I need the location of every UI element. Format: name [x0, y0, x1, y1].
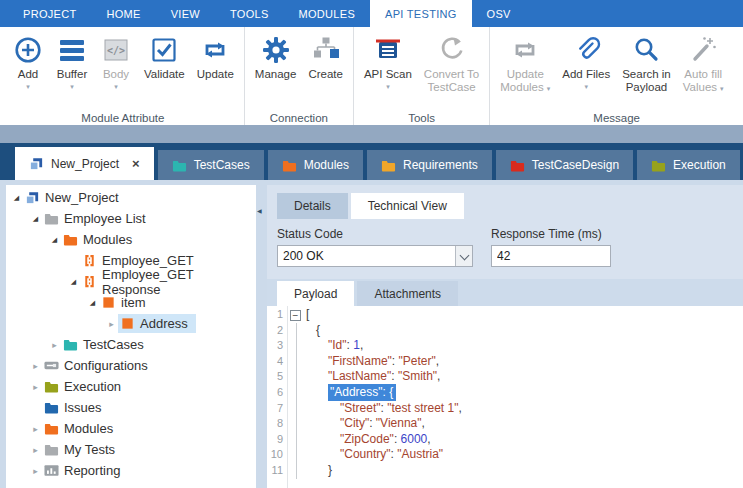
code-line[interactable]: { — [288, 323, 743, 339]
tree-item-modules[interactable]: ▸Modules — [6, 418, 256, 439]
api-scan-button[interactable]: API Scan▾ — [358, 31, 418, 93]
collapse-icon[interactable]: ◢ — [10, 194, 23, 202]
line-number: 10 — [267, 447, 287, 463]
code-text: , — [458, 401, 461, 415]
caret-down-icon[interactable]: ▾ — [70, 83, 74, 91]
document-tab-testcases[interactable]: TestCases — [158, 150, 264, 180]
line-number: 2 — [267, 323, 287, 339]
expand-icon[interactable]: ▸ — [29, 382, 42, 392]
collapse-icon[interactable]: ◢ — [67, 278, 80, 286]
document-tab-requirements[interactable]: Requirements — [367, 150, 492, 180]
ribbon-tab-home[interactable]: HOME — [91, 0, 155, 27]
ribbon-group-connection: ManageCreateConnection — [245, 27, 354, 125]
tree-item-body: item — [99, 293, 154, 312]
view-tab-details[interactable]: Details — [277, 193, 348, 219]
code-lines[interactable]: −[{"Id": 1,"FirstName": "Peter","LastNam… — [288, 306, 743, 488]
tree-item-employee-get-response[interactable]: ◢Employee_GET Response — [6, 271, 256, 292]
caret-down-icon[interactable]: ▾ — [584, 83, 588, 91]
ribbon-tab-api-testing[interactable]: API TESTING — [370, 0, 472, 27]
expand-icon[interactable]: ▸ — [105, 319, 118, 329]
code-text: 1 — [353, 338, 360, 352]
ribbon-tab-modules[interactable]: MODULES — [284, 0, 371, 27]
collapse-icon[interactable]: ◢ — [29, 215, 42, 223]
buffer-button[interactable]: Buffer▾ — [50, 31, 94, 93]
add-button[interactable]: Add▾ — [6, 31, 50, 93]
tree-item-reporting[interactable]: ▸Reporting — [6, 460, 256, 481]
expand-icon[interactable]: ▸ — [48, 340, 61, 350]
code-line[interactable]: "City": "Vienna", — [288, 416, 743, 432]
code-line[interactable]: "Country": "Austria" — [288, 447, 743, 463]
tree-item-new-project[interactable]: ◢New_Project — [6, 187, 256, 208]
ribbon-tab-project[interactable]: PROJECT — [8, 0, 91, 27]
document-tab-testcasedesign[interactable]: TestCaseDesign — [496, 150, 633, 180]
folder-icon — [44, 442, 59, 457]
document-tab-new-project[interactable]: New_Project× — [15, 147, 154, 180]
code-text: "LastName" — [328, 369, 391, 383]
expand-icon[interactable]: ▸ — [29, 466, 42, 476]
tree-item-body: Employee List — [42, 209, 154, 228]
tree-item-label: Execution — [64, 379, 121, 394]
status-code-select[interactable]: 200 OK — [277, 245, 473, 267]
line-number: 3 — [267, 338, 287, 354]
status-code-field: Status Code 200 OK — [277, 227, 473, 267]
code-line[interactable]: −[ — [288, 307, 743, 323]
view-tab-technical-view[interactable]: Technical View — [351, 193, 464, 219]
collapse-icon[interactable]: ◢ — [86, 299, 99, 307]
collapse-left-icon[interactable]: ◀ — [257, 207, 262, 214]
caret-down-icon[interactable]: ▾ — [26, 83, 30, 91]
add-files-button[interactable]: Add Files▾ — [556, 31, 616, 93]
search-in-payload-button[interactable]: Search in Payload — [616, 31, 677, 96]
folder-icon — [63, 232, 78, 247]
tree-item-address[interactable]: ▸Address — [6, 313, 256, 334]
code-line[interactable]: "Address": { — [288, 385, 743, 401]
caret-down-icon: ▾ — [720, 85, 724, 92]
payload-tab-attachments[interactable]: Attachments — [357, 281, 458, 306]
ribbon-tab-tools[interactable]: TOOLS — [215, 0, 284, 27]
tab-label: New_Project — [51, 157, 119, 171]
document-tab-execution[interactable]: Execution — [637, 150, 740, 180]
button-label: Add — [18, 68, 38, 81]
svg-text:</>: </> — [107, 45, 125, 56]
tree-item-execution[interactable]: ▸Execution — [6, 376, 256, 397]
caret-down-icon[interactable]: ▾ — [114, 83, 118, 91]
code-line[interactable]: "Street": "test street 1", — [288, 401, 743, 417]
code-line[interactable]: } — [288, 463, 743, 479]
tree-item-testcases[interactable]: ▸TestCases — [6, 334, 256, 355]
create-button[interactable]: Create — [302, 31, 349, 83]
code-line[interactable]: "LastName": "Smith", — [288, 369, 743, 385]
code-text: , — [360, 338, 363, 352]
manage-button[interactable]: Manage — [249, 31, 303, 83]
tree-item-issues[interactable]: Issues — [6, 397, 256, 418]
response-time-input[interactable] — [491, 245, 611, 267]
collapse-icon[interactable]: ◢ — [48, 236, 61, 244]
selected-code-text: "Address": { — [328, 384, 396, 401]
update-button[interactable]: Update — [191, 31, 240, 83]
button-label: Validate — [144, 68, 185, 81]
code-line[interactable]: "Id": 1, — [288, 338, 743, 354]
tab-label: Modules — [304, 158, 349, 172]
expand-icon[interactable]: ▸ — [29, 424, 42, 434]
expand-icon[interactable]: ▸ — [29, 361, 42, 371]
tree-item-configurations[interactable]: ▸Configurations — [6, 355, 256, 376]
validate-button[interactable]: Validate — [138, 31, 191, 83]
code-line[interactable]: "ZipCode": 6000, — [288, 432, 743, 448]
tree-item-employee-list[interactable]: ◢Employee List — [6, 208, 256, 229]
add-icon — [13, 35, 43, 65]
expand-icon[interactable]: ▸ — [29, 445, 42, 455]
payload-editor[interactable]: 1234567891011 −[{"Id": 1,"FirstName": "P… — [267, 306, 743, 488]
ribbon-tab-view[interactable]: VIEW — [156, 0, 215, 27]
tree-item-label: My Tests — [64, 442, 115, 457]
tree-item-my-tests[interactable]: ▸My Tests — [6, 439, 256, 460]
tree-item-modules[interactable]: ◢Modules — [6, 229, 256, 250]
close-icon[interactable]: × — [132, 156, 140, 171]
chevron-down-icon[interactable] — [455, 246, 472, 266]
fold-collapse-icon[interactable]: − — [290, 310, 301, 321]
tree-item-body: Issues — [42, 398, 110, 417]
ribbon-tab-osv[interactable]: OSV — [472, 0, 526, 27]
payload-tab-payload[interactable]: Payload — [277, 281, 354, 306]
document-tab-modules[interactable]: Modules — [268, 150, 363, 180]
caret-down-icon[interactable]: ▾ — [386, 83, 390, 91]
panel-splitter[interactable]: ◀ — [256, 185, 267, 488]
tree-item-body: Address — [118, 314, 196, 333]
code-line[interactable]: "FirstName": "Peter", — [288, 354, 743, 370]
